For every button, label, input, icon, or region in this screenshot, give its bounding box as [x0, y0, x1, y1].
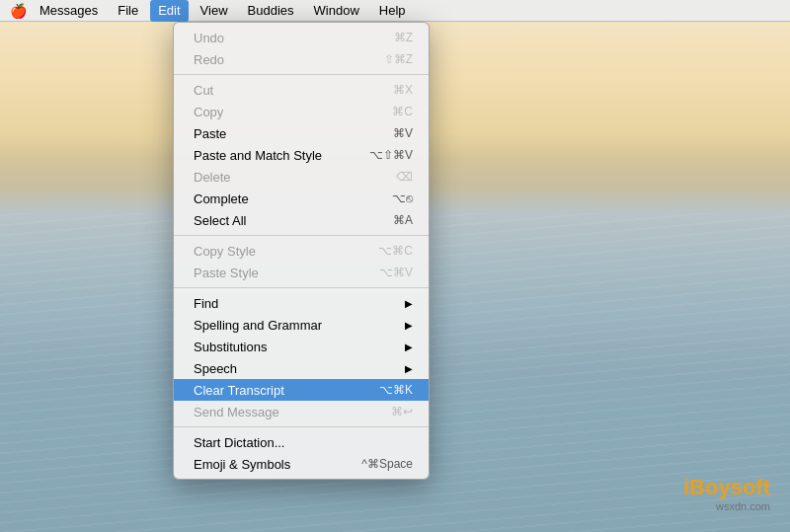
menu-item-copy-style-label: Copy Style: [194, 244, 256, 259]
menu-item-paste-match[interactable]: Paste and Match Style ⌥⇧⌘V: [174, 144, 429, 166]
menu-item-copy-style[interactable]: Copy Style ⌥⌘C: [174, 240, 429, 262]
menu-item-copy-style-shortcut: ⌥⌘C: [378, 244, 413, 258]
menu-item-find[interactable]: Find ▶: [174, 292, 429, 314]
watermark: iBoysoft wsxdn.com: [683, 475, 770, 512]
menu-item-copy-shortcut: ⌘C: [392, 105, 413, 118]
brand-rest: Boysoft: [689, 475, 770, 499]
menu-item-select-all[interactable]: Select All ⌘A: [174, 209, 429, 231]
menu-item-send-message-label: Send Message: [194, 405, 279, 419]
separator-4: [174, 426, 429, 427]
menu-item-cut-label: Cut: [194, 83, 213, 98]
menu-item-complete-shortcut: ⌥⎋: [392, 191, 413, 205]
menu-item-copy[interactable]: Copy ⌘C: [174, 101, 429, 122]
menu-item-start-dictation-label: Start Dictation...: [194, 435, 284, 450]
menu-item-delete-label: Delete: [194, 170, 231, 185]
menu-item-delete[interactable]: Delete ⌫: [174, 166, 429, 188]
menubar-help[interactable]: Help: [371, 0, 414, 22]
menubar-window[interactable]: Window: [306, 0, 367, 22]
menu-item-emoji-symbols[interactable]: Emoji & Symbols ^⌘Space: [174, 453, 429, 475]
menu-item-redo[interactable]: Redo ⇧⌘Z: [174, 48, 429, 70]
menu-item-send-message[interactable]: Send Message ⌘↩: [174, 401, 429, 422]
menu-item-clear-transcript-label: Clear Transcript: [194, 383, 284, 398]
menu-item-paste-shortcut: ⌘V: [393, 126, 413, 140]
submenu-arrow-spelling: ▶: [405, 320, 413, 331]
menu-item-paste-label: Paste: [194, 126, 226, 141]
menu-item-paste-style[interactable]: Paste Style ⌥⌘V: [174, 262, 429, 283]
menubar-view[interactable]: View: [193, 0, 236, 22]
submenu-arrow-speech: ▶: [405, 363, 413, 374]
menu-item-substitutions-label: Substitutions: [194, 340, 267, 354]
menu-item-speech[interactable]: Speech ▶: [174, 357, 429, 379]
menu-item-clear-transcript[interactable]: Clear Transcript ⌥⌘K: [174, 379, 429, 401]
menu-item-undo-shortcut: ⌘Z: [394, 31, 413, 44]
menu-item-undo[interactable]: Undo ⌘Z: [174, 27, 429, 48]
brand-logo: iBoysoft: [683, 475, 770, 500]
menu-item-cut[interactable]: Cut ⌘X: [174, 79, 429, 101]
menu-item-delete-shortcut: ⌫: [396, 170, 413, 184]
menubar-messages[interactable]: Messages: [32, 0, 106, 22]
menu-item-substitutions[interactable]: Substitutions ▶: [174, 336, 429, 357]
menu-item-send-message-shortcut: ⌘↩: [391, 405, 413, 418]
menu-item-redo-label: Redo: [194, 52, 224, 67]
watermark-url: wsxdn.com: [683, 500, 770, 512]
menu-item-select-all-label: Select All: [194, 213, 246, 228]
menu-item-spelling-grammar[interactable]: Spelling and Grammar ▶: [174, 314, 429, 336]
menu-item-find-label: Find: [194, 296, 218, 311]
menu-item-clear-transcript-shortcut: ⌥⌘K: [379, 383, 413, 397]
menu-item-paste-style-shortcut: ⌥⌘V: [379, 266, 413, 279]
menu-item-select-all-shortcut: ⌘A: [393, 213, 413, 227]
separator-1: [174, 74, 429, 75]
menu-item-paste-match-label: Paste and Match Style: [194, 148, 322, 163]
menu-item-paste[interactable]: Paste ⌘V: [174, 122, 429, 144]
menu-item-cut-shortcut: ⌘X: [393, 83, 413, 97]
menu-item-speech-label: Speech: [194, 361, 237, 376]
menubar-file[interactable]: File: [110, 0, 146, 22]
menubar: 🍎 Messages File Edit View Buddies Window…: [0, 0, 790, 22]
menubar-edit[interactable]: Edit: [150, 0, 188, 22]
menu-item-paste-style-label: Paste Style: [194, 266, 259, 280]
menu-item-emoji-symbols-shortcut: ^⌘Space: [361, 457, 413, 471]
menu-item-emoji-symbols-label: Emoji & Symbols: [194, 457, 290, 472]
submenu-arrow-substitutions: ▶: [405, 342, 413, 352]
menu-item-complete[interactable]: Complete ⌥⎋: [174, 188, 429, 209]
submenu-arrow-find: ▶: [405, 298, 413, 309]
menubar-buddies[interactable]: Buddies: [240, 0, 302, 22]
edit-menu-dropdown: Undo ⌘Z Redo ⇧⌘Z Cut ⌘X Copy ⌘C Paste ⌘V…: [173, 22, 430, 480]
menu-item-start-dictation[interactable]: Start Dictation...: [174, 431, 429, 453]
menu-item-undo-label: Undo: [194, 31, 224, 45]
menu-item-paste-match-shortcut: ⌥⇧⌘V: [369, 148, 413, 162]
menu-item-copy-label: Copy: [194, 105, 223, 119]
menu-item-complete-label: Complete: [194, 191, 249, 206]
menu-item-spelling-grammar-label: Spelling and Grammar: [194, 318, 322, 333]
separator-3: [174, 287, 429, 288]
separator-2: [174, 235, 429, 236]
apple-menu[interactable]: 🍎: [8, 0, 28, 22]
menu-item-redo-shortcut: ⇧⌘Z: [384, 52, 413, 66]
